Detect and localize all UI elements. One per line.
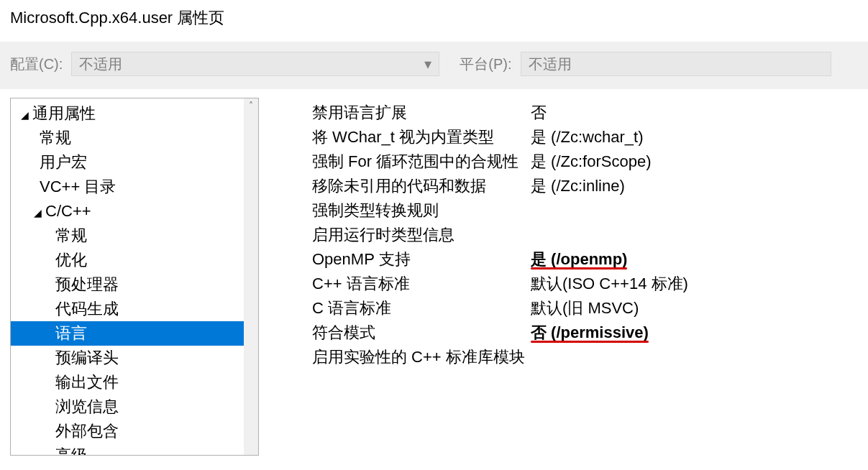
collapse-icon: ◢ — [32, 201, 42, 225]
scroll-up-icon[interactable]: ˄ — [244, 98, 258, 113]
tree-item-general-props[interactable]: ◢通用属性 — [11, 101, 244, 126]
property-value[interactable]: 否 — [531, 102, 858, 124]
property-row[interactable]: 将 WChar_t 视为内置类型是 (/Zc:wchar_t) — [272, 125, 858, 149]
tree-item-cc-optimize[interactable]: 优化 — [11, 248, 244, 272]
property-row[interactable]: 移除未引用的代码和数据是 (/Zc:inline) — [272, 174, 858, 198]
chevron-down-icon: ▾ — [424, 55, 431, 73]
tree-item-cc-general[interactable]: 常规 — [11, 224, 244, 248]
tree-item-cc-codegen[interactable]: 代码生成 — [11, 297, 244, 321]
property-label: 符合模式 — [272, 322, 531, 344]
property-row[interactable]: 启用运行时类型信息 — [272, 223, 858, 247]
property-label: 移除未引用的代码和数据 — [272, 175, 531, 197]
collapse-icon: ◢ — [19, 103, 29, 127]
property-label: OpenMP 支持 — [272, 249, 531, 270]
tree-item-cc-language[interactable]: 语言 — [11, 321, 244, 346]
property-value[interactable]: 默认(旧 MSVC) — [531, 298, 858, 319]
property-value[interactable]: 是 (/Zc:inline) — [531, 175, 858, 197]
tree-item-user-macros[interactable]: 用户宏 — [11, 150, 244, 175]
property-row[interactable]: 禁用语言扩展否 — [272, 101, 858, 125]
tree-item-cc-external[interactable]: 外部包含 — [11, 419, 244, 443]
tree-item-cc-advanced[interactable]: 高级 — [11, 443, 244, 455]
property-value[interactable]: 否 (/permissive) — [531, 322, 858, 344]
property-row[interactable]: C++ 语言标准默认(ISO C++14 标准) — [272, 272, 858, 296]
tree-item-cc-preproc[interactable]: 预处理器 — [11, 272, 244, 297]
property-label: 将 WChar_t 视为内置类型 — [272, 126, 531, 148]
property-value[interactable]: 是 (/openmp) — [531, 249, 858, 270]
tree-scrollbar[interactable]: ˄ — [244, 98, 258, 455]
scroll-down-icon[interactable] — [244, 441, 258, 455]
window-title: Microsoft.Cpp.x64.user 属性页 — [0, 0, 868, 42]
config-label: 配置(C): — [10, 55, 63, 74]
config-toolbar: 配置(C): 不适用 ▾ 平台(P): 不适用 — [0, 42, 868, 89]
property-row[interactable]: 强制 For 循环范围中的合规性是 (/Zc:forScope) — [272, 149, 858, 174]
property-label: C++ 语言标准 — [272, 273, 531, 295]
platform-label: 平台(P): — [460, 55, 511, 74]
property-row[interactable]: 强制类型转换规则 — [272, 198, 858, 223]
config-combo-value: 不适用 — [79, 55, 122, 74]
property-label: 启用运行时类型信息 — [272, 224, 531, 246]
property-label: 启用实验性的 C++ 标准库模块 — [272, 346, 531, 368]
tree-item-general[interactable]: 常规 — [11, 126, 244, 150]
tree-item-c-cpp[interactable]: ◢C/C++ — [11, 199, 244, 224]
property-label: 强制 For 循环范围中的合规性 — [272, 151, 531, 172]
property-label: 禁用语言扩展 — [272, 102, 531, 124]
tree-item-cc-precompiled[interactable]: 预编译头 — [11, 346, 244, 370]
property-row[interactable]: 启用实验性的 C++ 标准库模块 — [272, 345, 858, 369]
property-grid: 禁用语言扩展否将 WChar_t 视为内置类型是 (/Zc:wchar_t)强制… — [272, 98, 858, 456]
tree-item-cc-browse[interactable]: 浏览信息 — [11, 395, 244, 419]
property-row[interactable]: C 语言标准默认(旧 MSVC) — [272, 296, 858, 321]
tree-item-vcpp-dirs[interactable]: VC++ 目录 — [11, 175, 244, 199]
tree-item-cc-output[interactable]: 输出文件 — [11, 370, 244, 395]
config-combo[interactable]: 不适用 ▾ — [71, 52, 439, 76]
property-label: C 语言标准 — [272, 298, 531, 319]
property-value[interactable]: 是 (/Zc:forScope) — [531, 151, 858, 172]
property-label: 强制类型转换规则 — [272, 200, 531, 221]
property-row[interactable]: 符合模式否 (/permissive) — [272, 321, 858, 345]
property-tree: ◢通用属性 常规 用户宏 VC++ 目录 ◢C/C++ 常规 优化 预处理器 代… — [10, 98, 259, 456]
property-value[interactable]: 是 (/Zc:wchar_t) — [531, 126, 858, 148]
property-row[interactable]: OpenMP 支持是 (/openmp) — [272, 247, 858, 272]
platform-combo[interactable]: 不适用 — [521, 52, 831, 76]
property-value[interactable]: 默认(ISO C++14 标准) — [531, 273, 858, 295]
platform-combo-value: 不适用 — [529, 55, 572, 74]
